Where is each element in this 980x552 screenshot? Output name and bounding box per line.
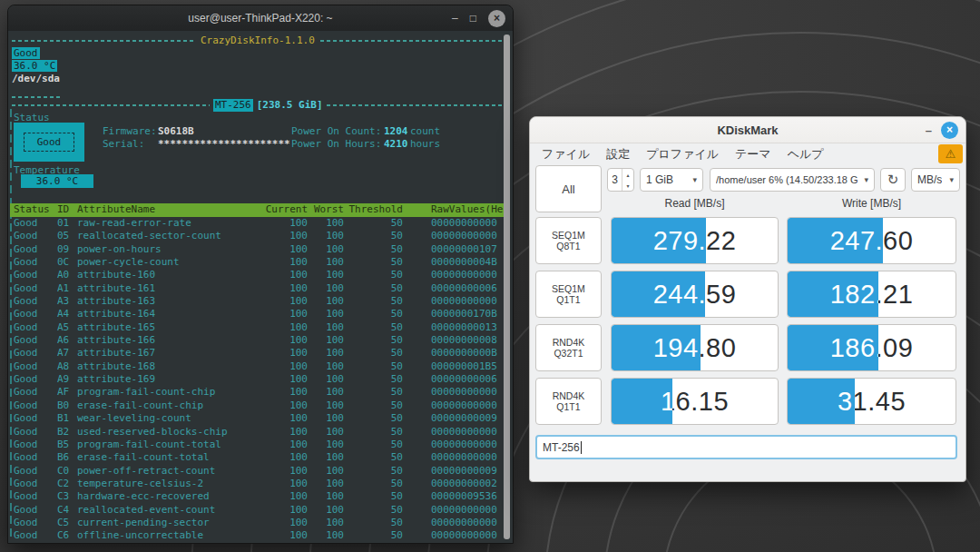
warning-button[interactable]: ⚠ (938, 144, 963, 163)
minimize-icon[interactable]: – (452, 13, 458, 24)
chevron-down-icon: ▾ (689, 175, 697, 184)
disk-model: MT-256 (213, 99, 253, 112)
read-column-header: Read [MB/s] (611, 197, 779, 212)
dash-line (327, 104, 502, 106)
bar-fill: 279.22 (612, 218, 706, 263)
spin-up-icon[interactable]: ▴ (622, 169, 633, 180)
power-on-hours-label: Power On Hours: (291, 138, 381, 151)
terminal-window: user@user-ThinkPad-X220: ~ – □ × CrazyDi… (7, 5, 514, 544)
table-row: GoodA7attribute-167100100500000000000B (10, 347, 504, 360)
table-row: GoodC3hardware-ecc-recovered100100500000… (10, 490, 504, 503)
disk-header-line: MT-256 [238.5 GiB] (12, 99, 502, 112)
menu-profile[interactable]: プロファイル (638, 146, 727, 163)
table-row: GoodC6offline-uncorrectable1001005000000… (10, 529, 504, 542)
health-status-box: Good (14, 123, 84, 162)
dash-line (12, 104, 210, 106)
loops-spinner[interactable]: 3 ▴ ▾ (607, 168, 634, 192)
table-row: GoodA4attribute-164100100500000000170B (10, 308, 504, 320)
header-id: ID (57, 203, 77, 216)
menu-help[interactable]: ヘルプ (779, 146, 832, 163)
target-drive-value: /home/user 6% (14.50/233.18 G (716, 174, 858, 185)
target-drive-dropdown[interactable]: /home/user 6% (14.50/233.18 G ▾ (710, 168, 875, 192)
terminal-title: user@user-ThinkPad-X220: ~ (188, 12, 332, 25)
test-button-seq1m-q1t1[interactable]: SEQ1MQ1T1 (535, 271, 602, 318)
serial-value: ********************** (158, 138, 290, 151)
table-row: GoodA3attribute-1631001005000000000000 (10, 295, 504, 308)
text-cursor (581, 441, 582, 454)
bar-fill: 16.15 (612, 379, 672, 424)
table-row: GoodA1attribute-1611001005000000000006 (10, 282, 504, 295)
table-row: GoodC5current-pending-sector100100500000… (10, 517, 504, 529)
table-row: GoodA5attribute-1651001005000000000013 (10, 321, 504, 334)
power-on-hours-unit: hours (410, 138, 440, 151)
app-title-line: CrazyDiskInfo-1.1.0 (12, 34, 502, 47)
block-size-dropdown[interactable]: 1 GiB ▾ (640, 168, 703, 192)
table-row: GoodB5program-fail-count-total1001005000… (10, 439, 504, 451)
minimize-icon[interactable]: – (926, 123, 932, 137)
unit-dropdown[interactable]: MB/s ▾ (911, 168, 960, 192)
terminal-scrollbar[interactable] (504, 34, 510, 539)
test-button-seq1m-q8t1[interactable]: SEQ1MQ8T1 (535, 217, 602, 264)
benchmark-name-input[interactable]: MT-256 (535, 435, 957, 459)
dash-line (12, 96, 63, 98)
refresh-button[interactable]: ↻ (880, 168, 906, 192)
menu-theme[interactable]: テーマ (727, 146, 779, 163)
close-icon[interactable]: × (941, 122, 958, 139)
header-raw: RawValues(Hex (403, 203, 504, 216)
table-row: GoodA9attribute-1691001005000000000006 (10, 373, 504, 386)
chevron-down-icon: ▾ (860, 175, 868, 184)
header-name: AttributeName (77, 203, 262, 216)
power-on-hours-value: 4210 (384, 138, 408, 151)
table-row: GoodA0attribute-1601001005000000000000 (10, 269, 504, 281)
bar-fill: 247.60 (788, 218, 883, 263)
test-button-rnd4k-q32t1[interactable]: RND4KQ32T1 (535, 324, 602, 371)
maximize-icon[interactable]: □ (470, 13, 476, 24)
all-button[interactable]: All (535, 165, 602, 212)
bar-fill: 194.80 (612, 325, 701, 370)
write-result-cell: 31.45 31.45 (787, 378, 956, 425)
all-button-label: All (562, 182, 574, 196)
terminal-titlebar[interactable]: user@user-ThinkPad-X220: ~ – □ × (8, 5, 513, 31)
bar-fill: 244.59 (612, 271, 705, 317)
benchmark-name-value: MT-256 (543, 441, 580, 454)
read-result-cell: 16.15 16.15 (611, 378, 779, 425)
table-row: GoodC4reallocated-event-count10010050000… (10, 504, 504, 517)
table-row: GoodB2used-reserved-blocks-chip100100500… (10, 426, 504, 439)
device-path: /dev/sda (12, 73, 502, 85)
table-row: GoodB1wear-leveling-count100100500000000… (10, 412, 504, 425)
header-threshold: Threshold (344, 203, 403, 216)
terminal-content: CrazyDiskInfo-1.1.0 Good 36.0 °C /dev/sd… (8, 31, 513, 543)
overview-health[interactable]: Good (12, 47, 40, 59)
header-worst: Worst (308, 203, 344, 216)
table-row: Good09power-on-hours1001005000000000107 (10, 243, 504, 256)
write-result-cell: 182.21 182.21 (787, 271, 956, 318)
overview-temperature: 36.0 °C (12, 60, 57, 72)
kdiskmark-titlebar[interactable]: KDiskMark – × (530, 117, 965, 143)
app-title: CrazyDiskInfo-1.1.0 (201, 34, 315, 47)
menu-settings[interactable]: 設定 (598, 146, 638, 163)
write-column-header: Write [MB/s] (787, 197, 956, 212)
health-status-value: Good (24, 133, 75, 152)
bar-fill: 31.45 (788, 379, 855, 424)
header-status: Status (10, 203, 57, 216)
spin-down-icon[interactable]: ▾ (622, 180, 633, 191)
read-result-cell: 244.59 244.59 (611, 271, 779, 318)
refresh-icon: ↻ (887, 172, 899, 188)
smart-table-rows: Good01raw-read-error-rate100100500000000… (10, 217, 504, 543)
table-row: GoodC0power-off-retract-count10010050000… (10, 465, 504, 478)
table-row: GoodB0erase-fail-count-chip1001005000000… (10, 399, 504, 412)
power-on-count-value: 1204 (384, 125, 408, 138)
temperature-value: 36.0 °C (21, 174, 93, 188)
serial-label: Serial: (103, 138, 144, 151)
bar-fill: 182.21 (788, 271, 878, 317)
close-icon[interactable]: × (488, 10, 505, 27)
dash-line (320, 40, 502, 42)
test-button-rnd4k-q1t1[interactable]: RND4KQ1T1 (535, 378, 602, 425)
power-on-count-label: Power On Count: (291, 125, 381, 138)
header-current: Current (262, 203, 308, 216)
smart-table-header: Status ID AttributeName Current Worst Th… (10, 203, 504, 217)
disk-size: [238.5 GiB] (257, 99, 323, 112)
loops-value: 3 (608, 169, 622, 191)
menu-file[interactable]: ファイル (534, 146, 598, 163)
table-row: Good01raw-read-error-rate100100500000000… (10, 217, 504, 230)
